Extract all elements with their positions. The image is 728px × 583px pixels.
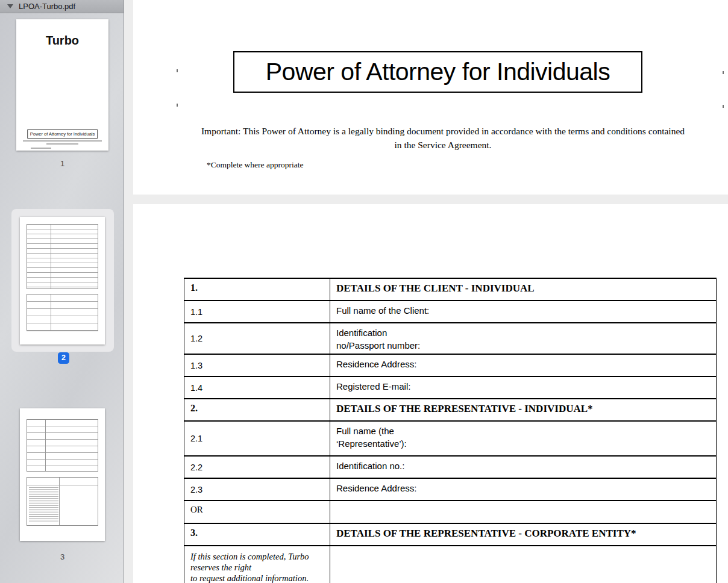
disclosure-triangle-icon[interactable]	[7, 4, 13, 8]
table-row-2-3: 2.3 Residence Address:	[184, 478, 717, 500]
row-number: 2.2	[184, 456, 330, 478]
table-row-1-4: 1.4 Registered E-mail:	[184, 376, 717, 399]
page-3-number: 3	[16, 552, 108, 561]
row-number: 1.1	[184, 301, 330, 323]
pdf-page-2: 1. DETAILS OF THE CLIENT - INDIVIDUAL 1.…	[133, 204, 728, 583]
table-row-2-1: 2.1 Full name (the ‘Representative’):	[184, 421, 717, 456]
table-row-section-3: 3. DETAILS OF THE REPRESENTATIVE - CORPO…	[184, 523, 717, 546]
thumbnail-table-skeleton	[27, 294, 98, 331]
details-table-wrapper: 1. DETAILS OF THE CLIENT - INDIVIDUAL 1.…	[184, 278, 717, 583]
row-number: 1.3	[184, 354, 330, 376]
page-2-thumbnail[interactable]	[20, 217, 105, 344]
row-label	[330, 546, 717, 583]
page-1-number: 1	[16, 159, 108, 168]
thumbnail-text-skeleton	[31, 148, 51, 149]
thumbnail-title-text: Turbo	[16, 34, 108, 48]
table-row-or: OR	[184, 500, 717, 523]
page-edge-mark	[177, 69, 178, 72]
thumbnail-table-skeleton	[27, 419, 98, 472]
row-number: 2.	[184, 399, 330, 421]
page-edge-mark	[723, 71, 724, 74]
thumbnail-text-skeleton	[23, 140, 102, 142]
thumbnail-textblock-skeleton	[29, 487, 58, 523]
row-label: Registered E-mail:	[330, 376, 717, 399]
document-filename: LPOA-Turbo.pdf	[19, 2, 75, 11]
page-edge-mark	[723, 105, 724, 108]
document-title-box: Power of Attorney for Individuals	[233, 51, 642, 93]
pdf-page-1: Power of Attorney for Individuals Import…	[133, 0, 728, 195]
table-row-section-2: 2. DETAILS OF THE REPRESENTATIVE - INDIV…	[184, 399, 717, 421]
document-title: Power of Attorney for Individuals	[266, 58, 610, 86]
table-row-2-2: 2.2 Identification no.:	[184, 456, 717, 478]
row-label: Full name of the Client:	[330, 301, 717, 323]
complete-where-appropriate-note: *Complete where appropriate	[207, 160, 303, 170]
table-row-1-1: 1.1 Full name of the Client:	[184, 301, 717, 323]
row-note-text: If this section is completed, Turbo rese…	[184, 546, 330, 583]
row-label: DETAILS OF THE REPRESENTATIVE - INDIVIDU…	[330, 399, 717, 421]
important-notice: Important: This Power of Attorney is a l…	[158, 124, 728, 152]
details-table: 1. DETAILS OF THE CLIENT - INDIVIDUAL 1.…	[184, 278, 717, 583]
row-number: 2.1	[184, 421, 330, 456]
row-number: 3.	[184, 523, 330, 546]
row-number: 1.2	[184, 323, 330, 354]
row-label	[330, 500, 717, 523]
sidebar-header: LPOA-Turbo.pdf	[0, 0, 124, 13]
row-label: Identification no/Passport number:	[330, 323, 717, 354]
thumbnail-table-divider	[51, 295, 51, 331]
document-view[interactable]: Power of Attorney for Individuals Import…	[125, 0, 728, 583]
row-number: 1.4	[184, 376, 330, 399]
page-edge-mark	[177, 104, 178, 107]
thumbnail-table-divider	[51, 225, 51, 288]
thumbnail-table-rowline	[27, 485, 98, 485]
row-label: Residence Address:	[330, 478, 717, 500]
thumbnail-table-skeleton	[27, 477, 98, 526]
thumbnail-table-skeleton	[27, 224, 98, 289]
table-row-1-2: 1.2 Identification no/Passport number:	[184, 323, 717, 354]
row-number: OR	[184, 500, 330, 523]
table-row-note: If this section is completed, Turbo rese…	[184, 546, 717, 583]
page-2-selected-badge: 2	[58, 352, 69, 364]
row-label: Full name (the ‘Representative’):	[330, 421, 717, 456]
thumbnail-table-divider	[45, 420, 46, 471]
thumbnail-text-skeleton	[46, 143, 78, 145]
row-label: Residence Address:	[330, 354, 717, 376]
thumbnail-box-label: Power of Attorney for Individuals	[27, 129, 98, 139]
preview-window: LPOA-Turbo.pdf Turbo Power of Attorney f…	[0, 0, 728, 583]
row-label: Identification no.:	[330, 456, 717, 478]
table-row-1-3: 1.3 Residence Address:	[184, 354, 717, 376]
row-number: 2.3	[184, 478, 330, 500]
page-3-thumbnail[interactable]	[20, 408, 105, 541]
thumbnail-sidebar[interactable]: LPOA-Turbo.pdf Turbo Power of Attorney f…	[0, 0, 124, 583]
row-label: DETAILS OF THE CLIENT - INDIVIDUAL	[330, 278, 717, 301]
row-label: DETAILS OF THE REPRESENTATIVE - CORPORAT…	[330, 523, 717, 546]
row-number: 1.	[184, 278, 330, 301]
page-1-thumbnail[interactable]: Turbo Power of Attorney for Individuals	[16, 19, 108, 151]
table-row-section-1: 1. DETAILS OF THE CLIENT - INDIVIDUAL	[184, 278, 717, 301]
